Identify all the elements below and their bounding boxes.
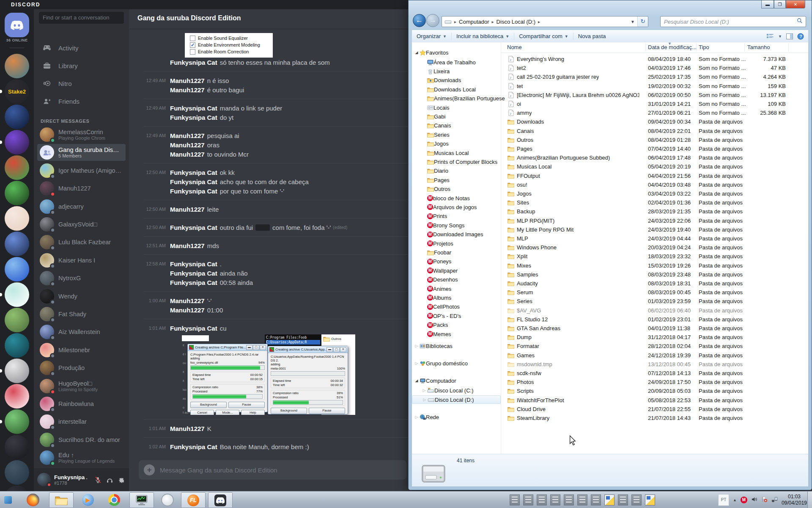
sidebar-item[interactable]: Gabi [412, 112, 510, 121]
sidebar-item[interactable]: ▷Disco Local (D:) [412, 395, 501, 404]
sidebar-item[interactable]: Foobar [412, 248, 510, 257]
network-icon[interactable] [771, 496, 778, 504]
sidebar-item[interactable]: Prints of Computer Blocks [412, 157, 510, 166]
chat-image-attachment[interactable]: ité iouititisoasot acho que to com dor d… [182, 334, 355, 415]
mic-muted-icon[interactable] [92, 474, 104, 486]
file-row[interactable]: MLP RPG(MIT)24/03/2019 22:06Pasta de arq… [501, 216, 806, 225]
file-row[interactable]: FFOutput04/04/2019 21:56Pasta de arquivo… [501, 171, 806, 180]
column-separator[interactable] [696, 43, 697, 52]
headphones-icon[interactable] [104, 474, 115, 486]
file-row[interactable]: ♪oi31/01/2019 14:21Som no Formato ...109… [501, 99, 806, 108]
sidebar-item[interactable]: Locais [412, 103, 510, 112]
sidebar-item[interactable]: MProjetos [412, 239, 510, 248]
server-icon[interactable] [5, 409, 29, 434]
sidebar-item[interactable]: MPacks [412, 321, 510, 329]
file-row[interactable]: Series01/03/2019 23:59Pasta de arquivos [501, 297, 806, 306]
dm-item[interactable]: Lulu Black Fazbear [37, 234, 126, 251]
dm-item[interactable]: MemelassCorrinPlaying Google Chrom [37, 126, 126, 143]
dm-item[interactable]: Manuh1227 [37, 180, 126, 197]
message-author[interactable]: Funkysnipa Cat [170, 105, 217, 112]
file-row[interactable]: Animes(Brazilian Portuguese Subbed)06/04… [501, 153, 806, 162]
sidebar-item[interactable]: Lixeira [412, 67, 510, 75]
file-row[interactable]: Outros08/04/2019 01:28Pasta de arquivos [501, 135, 806, 144]
document-taskbar-icon[interactable] [550, 494, 560, 505]
sidebar-item[interactable]: ▷Disco Local (C:) [412, 386, 510, 395]
file-row[interactable]: MLP24/03/2019 04:44Pasta de arquivos [501, 234, 806, 243]
file-row[interactable]: ♪tet204/03/2019 17:46Som no Formato ...4… [501, 64, 806, 72]
sidebar-item[interactable]: Outros [412, 185, 510, 193]
sidebar-item[interactable]: ▷Grupo doméstico [412, 359, 502, 367]
dm-item[interactable]: NytroxG [37, 270, 126, 287]
explorer-search-input[interactable]: Pesquisar Disco Local (D:) [660, 16, 806, 27]
message-author[interactable]: Funkysnipa Cat [170, 114, 217, 121]
dm-item[interactable]: interstellar [37, 413, 126, 430]
sidebar-item[interactable]: MPrints [412, 212, 510, 221]
mega-tray-icon[interactable]: M [741, 497, 747, 503]
toolbar-compartilhar-com[interactable]: Compartilhar com▼ [514, 33, 573, 39]
document-taskbar-icon[interactable] [645, 494, 655, 505]
file-row[interactable]: ♪call 25-02-2019 guitarra jester rey25/0… [501, 72, 806, 81]
sidebar-item[interactable]: Downloads Local [412, 85, 510, 94]
sidebar-item[interactable]: Canais [412, 121, 510, 130]
message-author[interactable]: Manuh1227 [170, 206, 205, 213]
maximize-button[interactable]: ❐ [774, 0, 786, 8]
expander-icon[interactable]: ▷ [422, 398, 428, 402]
chrome-taskbar-icon[interactable] [102, 492, 126, 507]
explorer-taskbar-icon[interactable] [49, 492, 74, 508]
dm-item[interactable]: Rainbowluna [37, 395, 126, 412]
document-taskbar-icon[interactable] [564, 494, 574, 505]
pause-button[interactable]: Pause [309, 408, 345, 414]
file-row[interactable]: Downloads09/04/2019 00:34Pasta de arquiv… [501, 117, 806, 126]
file-row[interactable]: Musicas Local05/04/2019 20:19Pasta de ar… [501, 162, 806, 171]
breadcrumb-disco-local-d[interactable]: Disco Local (D:) [495, 19, 537, 25]
address-bar[interactable]: ▸ Computador ▸ Disco Local (D:) ▸ ▼ ↻ [442, 16, 648, 27]
close-button[interactable]: ✕ [786, 0, 805, 8]
column-separator[interactable] [744, 43, 745, 52]
monitor-taskbar-icon[interactable] [129, 492, 154, 508]
close-icon[interactable]: ✕ [260, 345, 266, 350]
file-row[interactable]: Canais08/04/2019 22:01Pasta de arquivos [501, 127, 806, 135]
column-header-tipo[interactable]: Tipo [699, 44, 709, 50]
file-row[interactable]: Mixes15/03/2019 19:26Pasta de arquivos [501, 261, 806, 270]
dm-item[interactable]: Wendy [37, 288, 126, 305]
sidebar-item[interactable]: MArquivos de jogos [412, 203, 510, 211]
server-icon[interactable] [5, 435, 29, 459]
sidebar-item[interactable]: MOP's - ED's [412, 312, 510, 320]
column-separator[interactable] [788, 43, 789, 52]
help-button[interactable]: Help [241, 410, 265, 415]
column-separator[interactable] [645, 43, 646, 52]
sidebar-item[interactable]: MBrony Songs [412, 221, 510, 229]
maximize-icon[interactable]: ▢ [333, 347, 340, 352]
message-author[interactable]: Manuh1227 [170, 141, 205, 149]
file-row[interactable]: Photos24/09/2018 17:50Pasta de arquivos [501, 378, 806, 387]
dm-item[interactable]: Edu ↑Playing League of Legends [37, 449, 126, 466]
sidebar-item[interactable]: MDesenhos [412, 276, 510, 284]
file-row[interactable]: osu!04/04/2019 03:48Pasta de arquivos [501, 180, 806, 189]
file-row[interactable]: Pages07/04/2019 14:40Pasta de arquivos [501, 144, 806, 153]
sidebar-item[interactable]: MWallpaper [412, 266, 510, 275]
sidebar-item[interactable]: ◢Favoritos [412, 48, 502, 57]
message-author[interactable]: Manuh1227 [170, 132, 205, 139]
message-author[interactable]: Funkysnipa Cat [170, 270, 217, 277]
breadcrumb-computador[interactable]: Computador [457, 19, 491, 25]
file-row[interactable]: Audacity08/03/2019 18:31Pasta de arquivo… [501, 279, 806, 288]
server-icon[interactable] [5, 54, 29, 78]
minimize-icon[interactable]: ▬ [326, 347, 333, 352]
file-row[interactable]: Jogos03/04/2019 03:22Pasta de arquivos [501, 189, 806, 198]
server-icon[interactable] [5, 359, 29, 383]
file-row[interactable]: $AV_AVG06/02/2019 06:40Pasta de arquivos [501, 306, 806, 315]
sidebar-item[interactable]: Mbloco de Notas [412, 194, 510, 202]
file-row[interactable]: IWatchItForThePlot05/08/2018 22:53Pasta … [501, 396, 806, 405]
background-button[interactable]: Background [271, 408, 307, 414]
dm-item[interactable]: Sucrilhos DR. do amor [37, 431, 126, 448]
winrar-dialog[interactable]: Creating archive C;Usuarios;App...▬▢✕C;U… [268, 346, 348, 414]
column-header-nome[interactable]: Nome [507, 44, 522, 50]
message-author[interactable]: Manuh1227 [170, 306, 205, 314]
sidebar-item[interactable]: MAnimes [412, 284, 510, 293]
document-taskbar-icon[interactable] [618, 494, 628, 505]
message-author[interactable]: Funkysnipa Cat [170, 188, 217, 195]
discord-taskbar-icon[interactable] [208, 492, 233, 508]
message-author[interactable]: Manuh1227 [170, 151, 205, 158]
firefox-taskbar-icon[interactable] [21, 492, 45, 507]
file-row[interactable]: FL Studio 1201/02/2019 23:01Pasta de arq… [501, 315, 806, 324]
